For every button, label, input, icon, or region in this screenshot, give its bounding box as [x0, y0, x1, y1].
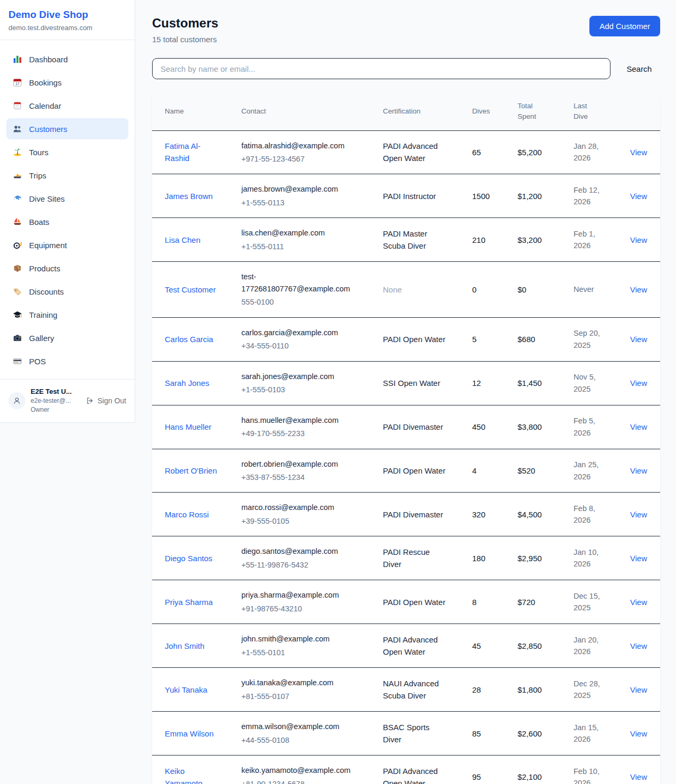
sign-out-button[interactable]: Sign Out [86, 396, 126, 405]
sidebar-item-boats[interactable]: Boats [6, 211, 128, 232]
customer-last-dive: Jan 10, 2026 [574, 546, 608, 570]
sidebar-item-label: Trips [29, 171, 46, 180]
customer-last-dive: Dec 15, 2025 [574, 590, 608, 614]
customer-dives: 180 [472, 552, 502, 564]
customer-email: emma.wilson@example.com [241, 721, 354, 732]
user-info: E2E Test U... e2e-tester@... Owner [31, 388, 80, 413]
view-link[interactable]: View [630, 508, 657, 521]
sidebar-item-training[interactable]: Training [6, 304, 128, 325]
view-link[interactable]: View [630, 333, 657, 345]
customer-name-link[interactable]: Lisa Chen [165, 234, 218, 246]
sidebar-item-gallery[interactable]: Gallery [6, 327, 128, 348]
main-content: Customers 15 total customers Add Custome… [135, 0, 676, 784]
customer-name-link[interactable]: Carlos Garcia [165, 333, 218, 345]
customer-total-spent: $2,600 [518, 728, 558, 740]
sidebar-item-trips[interactable]: Trips [6, 165, 128, 186]
customer-certification: PADI Open Water [383, 465, 447, 477]
view-link[interactable]: View [630, 377, 657, 389]
customer-total-spent: $720 [518, 596, 558, 608]
customer-email: lisa.chen@example.com [241, 227, 354, 239]
sidebar-item-label: Customers [29, 125, 68, 134]
customer-name-link[interactable]: Diego Santos [165, 552, 218, 564]
view-link[interactable]: View [630, 596, 657, 608]
page-subtitle: 15 total customers [152, 35, 218, 44]
customer-name-link[interactable]: John Smith [165, 640, 218, 652]
view-link[interactable]: View [630, 284, 657, 296]
customer-name-link[interactable]: Yuki Tanaka [165, 684, 218, 696]
customer-dives: 45 [472, 640, 502, 652]
view-link[interactable]: View [630, 552, 657, 564]
sidebar-nav: Dashboard 17 Bookings Calendar Customers… [0, 40, 135, 379]
sidebar-item-customers[interactable]: Customers [6, 118, 128, 139]
dive-mask-icon [13, 240, 22, 250]
customer-name-link[interactable]: Keiko Yamamoto [165, 765, 218, 784]
customer-total-spent: $2,100 [518, 771, 558, 783]
view-link[interactable]: View [630, 728, 657, 740]
sidebar-item-label: Equipment [29, 241, 67, 250]
search-row: Search [152, 58, 660, 79]
customer-name-link[interactable]: Emma Wilson [165, 728, 218, 740]
column-header-certification: Certification [370, 93, 459, 130]
customer-name-link[interactable]: Hans Mueller [165, 421, 218, 433]
sidebar-item-bookings[interactable]: 17 Bookings [6, 72, 128, 93]
speedboat-icon [13, 171, 22, 180]
view-link[interactable]: View [630, 234, 657, 246]
sidebar-item-dashboard[interactable]: Dashboard [6, 49, 128, 70]
customer-certification: PADI Instructor [383, 190, 447, 202]
add-customer-button[interactable]: Add Customer [589, 16, 660, 36]
island-icon [13, 147, 22, 157]
credit-card-icon [13, 356, 22, 366]
sidebar-item-equipment[interactable]: Equipment [6, 234, 128, 256]
customer-name-link[interactable]: Fatima Al-Rashid [165, 140, 218, 165]
view-link[interactable]: View [630, 190, 657, 202]
search-button[interactable]: Search [618, 60, 660, 78]
graduation-cap-icon [13, 310, 22, 319]
customer-name-link[interactable]: Sarah Jones [165, 377, 218, 389]
customer-last-dive: Nov 5, 2025 [574, 371, 608, 395]
customer-name-link[interactable]: Marco Rossi [165, 508, 218, 521]
customer-certification: PADI Divemaster [383, 508, 447, 521]
sidebar-item-label: Tours [29, 148, 49, 157]
view-link[interactable]: View [630, 146, 657, 158]
customer-total-spent: $3,200 [518, 234, 558, 246]
customer-total-spent: $520 [518, 465, 558, 477]
customer-certification: PADI Open Water [383, 596, 447, 608]
view-link[interactable]: View [630, 465, 657, 477]
customer-total-spent: $0 [518, 284, 558, 296]
logout-icon [86, 396, 94, 405]
customer-last-dive: Sep 20, 2025 [574, 327, 608, 351]
column-header-name: Name [152, 93, 229, 130]
customer-dives: 1500 [472, 190, 502, 202]
sidebar-item-products[interactable]: Products [6, 258, 128, 279]
customer-dives: 450 [472, 421, 502, 433]
table-row: Marco Rossi marco.rossi@example.com +39-… [152, 493, 660, 536]
sidebar-item-label: POS [29, 357, 46, 366]
table-row: Keiko Yamamoto keiko.yamamoto@example.co… [152, 755, 660, 784]
view-link[interactable]: View [630, 684, 657, 696]
table-row: Hans Mueller hans.mueller@example.com +4… [152, 405, 660, 449]
page-header-text: Customers 15 total customers [152, 16, 218, 44]
view-link[interactable]: View [630, 421, 657, 433]
customer-total-spent: $5,200 [518, 146, 558, 158]
search-input[interactable] [152, 58, 611, 79]
customers-table-card: NameContactCertificationDivesTotal Spent… [152, 93, 660, 784]
customer-name-link[interactable]: Priya Sharma [165, 596, 218, 608]
sidebar-item-tours[interactable]: Tours [6, 141, 128, 163]
customer-total-spent: $3,800 [518, 421, 558, 433]
user-section: E2E Test U... e2e-tester@... Owner Sign … [0, 379, 135, 422]
sidebar-item-pos[interactable]: POS [6, 351, 128, 372]
sidebar-item-calendar[interactable]: Calendar [6, 95, 128, 116]
column-header-dives: Dives [459, 93, 505, 130]
view-link[interactable]: View [630, 771, 657, 783]
customer-name-link[interactable]: Test Customer [165, 284, 218, 296]
customer-dives: 95 [472, 771, 502, 783]
customer-name-link[interactable]: James Brown [165, 190, 218, 202]
customer-total-spent: $2,850 [518, 640, 558, 652]
sidebar-item-dive-sites[interactable]: Dive Sites [6, 188, 128, 209]
brand-domain: demo.test.divestreams.com [8, 24, 126, 32]
view-link[interactable]: View [630, 640, 657, 652]
customer-name-link[interactable]: Robert O'Brien [165, 465, 218, 477]
customer-phone: +1-555-0101 [241, 647, 367, 658]
customer-dives: 210 [472, 234, 502, 246]
sidebar-item-discounts[interactable]: Discounts [6, 281, 128, 302]
